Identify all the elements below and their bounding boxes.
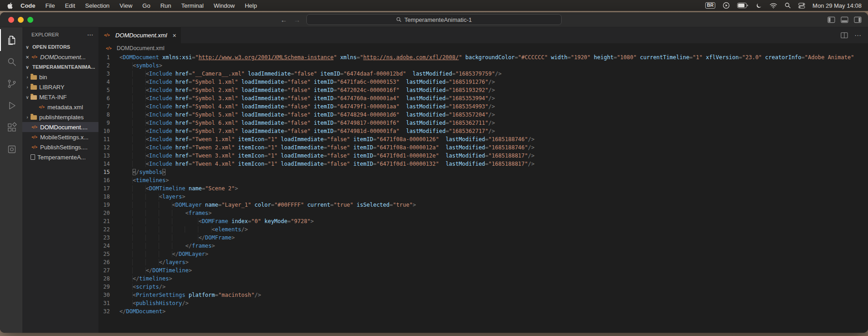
line-number[interactable]: 30 [98, 291, 119, 299]
custom-extension-icon[interactable] [0, 138, 22, 160]
go-back-button[interactable]: ← [280, 16, 287, 24]
menu-view[interactable]: View [119, 2, 132, 9]
code-line[interactable]: 2 <symbols> [98, 61, 868, 70]
line-number[interactable]: 5 [98, 86, 119, 94]
more-actions-icon[interactable]: ⋯ [854, 31, 862, 40]
line-number[interactable]: 27 [98, 266, 119, 275]
tree-item-meta-inf[interactable]: ∨ META-INF [22, 92, 98, 102]
apple-logo-icon[interactable] [6, 2, 13, 10]
code-line[interactable]: 17 <DOMTimeline name="Scene 2"> [98, 184, 868, 193]
line-number[interactable]: 13 [98, 152, 119, 160]
menu-go[interactable]: Go [142, 2, 150, 9]
tree-item-publishtemplates[interactable]: › publishtemplates [22, 112, 98, 122]
line-number[interactable]: 11 [98, 135, 119, 143]
tree-item-mobilesettings-xml[interactable]: </> MobileSettings.x... [22, 132, 98, 142]
code-line[interactable]: 14 <Include href="Tween 4.xml" itemIcon=… [98, 160, 868, 168]
source-control-icon[interactable] [0, 73, 22, 95]
code-line[interactable]: 6 <Include href="Symbol 3.xml" loadImmed… [98, 94, 868, 102]
code-line[interactable]: 18 <layers> [98, 193, 868, 201]
search-icon[interactable] [0, 51, 22, 73]
line-number[interactable]: 32 [98, 307, 119, 316]
tab-domdocument-xml[interactable]: </> DOMDocument.xml × [98, 27, 181, 43]
code-line[interactable]: 10 <Include href="Symbol 7.xml" loadImme… [98, 127, 868, 135]
line-number[interactable]: 19 [98, 201, 119, 209]
code-line[interactable]: 13 <Include href="Tween 3.xml" itemIcon=… [98, 152, 868, 160]
focus-moon-icon[interactable] [755, 2, 762, 9]
close-icon[interactable]: × [172, 32, 176, 39]
toggle-secondary-sidebar-icon[interactable] [854, 16, 862, 23]
line-number[interactable]: 18 [98, 193, 119, 201]
split-editor-icon[interactable] [841, 32, 848, 39]
code-line[interactable]: 25 </DOMLayer> [98, 250, 868, 258]
line-number[interactable]: 8 [98, 111, 119, 119]
line-number[interactable]: 2 [98, 61, 119, 70]
line-number[interactable]: 24 [98, 242, 119, 250]
breadcrumb[interactable]: </> DOMDocument.xml [98, 43, 868, 53]
toggle-panel-icon[interactable] [841, 16, 848, 23]
explorer-icon[interactable] [0, 29, 22, 51]
workspace-folder-header[interactable]: ∨ TEMPERAMENTEANIMA... [22, 62, 98, 72]
line-number[interactable]: 3 [98, 70, 119, 78]
code-line[interactable]: 4 <Include href="Symbol 1.xml" loadImmed… [98, 78, 868, 86]
line-number[interactable]: 20 [98, 209, 119, 217]
line-number[interactable]: 1 [98, 53, 119, 61]
line-number[interactable]: 26 [98, 258, 119, 266]
menu-selection[interactable]: Selection [85, 2, 109, 9]
line-number[interactable]: 22 [98, 225, 119, 234]
run-debug-icon[interactable] [0, 95, 22, 117]
tree-item-publishsettings-xml[interactable]: </> PublishSettings.... [22, 142, 98, 152]
menu-terminal[interactable]: Terminal [181, 2, 204, 9]
line-number[interactable]: 16 [98, 176, 119, 184]
close-window-button[interactable] [8, 17, 14, 23]
line-number[interactable]: 28 [98, 275, 119, 283]
now-playing-icon[interactable] [723, 2, 730, 9]
code-line[interactable]: 7 <Include href="Symbol 4.xml" loadImmed… [98, 102, 868, 111]
code-line[interactable]: 3 <Include href="__Camera__.xml" loadImm… [98, 70, 868, 78]
code-line[interactable]: 26 </layers> [98, 258, 868, 266]
breadcrumb-item[interactable]: DOMDocument.xml [117, 45, 165, 51]
line-number[interactable]: 4 [98, 78, 119, 86]
toggle-primary-sidebar-icon[interactable] [827, 16, 835, 23]
line-number[interactable]: 7 [98, 102, 119, 111]
code-line[interactable]: 27 </DOMTimeline> [98, 266, 868, 275]
line-number[interactable]: 6 [98, 94, 119, 102]
battery-icon[interactable] [737, 3, 748, 8]
code-lines[interactable]: 1<DOMDocument xmlns:xsi="http://www.w3.o… [98, 53, 868, 333]
line-number[interactable]: 21 [98, 217, 119, 225]
code-line[interactable]: 9 <Include href="Symbol 6.xml" loadImmed… [98, 119, 868, 127]
input-source-badge[interactable]: BR [705, 2, 715, 9]
code-line[interactable]: 5 <Include href="Symbol 2.xml" loadImmed… [98, 86, 868, 94]
line-number[interactable]: 15 [98, 168, 119, 176]
code-line[interactable]: 29 <scripts/> [98, 283, 868, 291]
line-number[interactable]: 25 [98, 250, 119, 258]
line-number[interactable]: 23 [98, 234, 119, 242]
code-line[interactable]: 16 <timelines> [98, 176, 868, 184]
wifi-icon[interactable] [770, 3, 777, 9]
line-number[interactable]: 29 [98, 283, 119, 291]
code-line[interactable]: 11 <Include href="Tween 1.xml" itemIcon=… [98, 135, 868, 143]
menu-run[interactable]: Run [160, 2, 171, 9]
open-editors-header[interactable]: ∨ OPEN EDITORS [22, 42, 98, 52]
code-line[interactable]: 21 <DOMFrame index="0" keyMode="9728"> [98, 217, 868, 225]
line-number[interactable]: 31 [98, 299, 119, 307]
line-number[interactable]: 12 [98, 143, 119, 152]
code-line[interactable]: 28 </timelines> [98, 275, 868, 283]
minimize-window-button[interactable] [18, 17, 24, 23]
go-forward-button[interactable]: → [294, 16, 300, 24]
tree-item-bin[interactable]: › bin [22, 72, 98, 82]
code-line[interactable]: 15 </symbols> [98, 168, 868, 176]
spotlight-search-icon[interactable] [785, 2, 791, 9]
tree-item-temperamente-file[interactable]: TemperamenteA... [22, 152, 98, 162]
line-number[interactable]: 10 [98, 127, 119, 135]
menu-edit[interactable]: Edit [65, 2, 75, 9]
control-center-icon[interactable] [798, 2, 805, 9]
code-line[interactable]: 31 <publishHistory/> [98, 299, 868, 307]
code-line[interactable]: 20 <frames> [98, 209, 868, 217]
tree-item-metadata-xml[interactable]: </> metadata.xml [22, 102, 98, 112]
code-line[interactable]: 19 <DOMLayer name="Layer_1" color="#00FF… [98, 201, 868, 209]
menu-file[interactable]: File [46, 2, 55, 9]
menu-code[interactable]: Code [21, 2, 36, 9]
open-editor-item-domdocument[interactable]: × </> DOMDocument... [22, 52, 98, 62]
line-number[interactable]: 17 [98, 184, 119, 193]
code-line[interactable]: 23 </DOMFrame> [98, 234, 868, 242]
